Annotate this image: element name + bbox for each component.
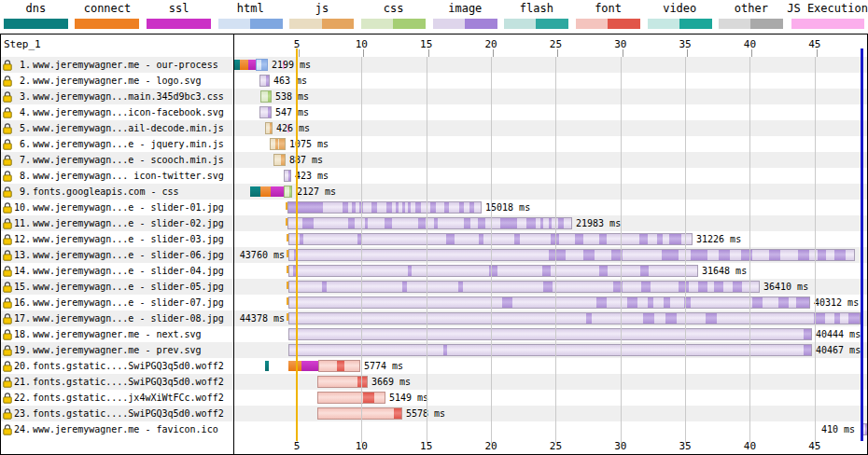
request-row-23[interactable]: 23.fonts.gstatic....SwiPGQ3q5d0.woff2 — [1, 406, 233, 421]
request-row-5[interactable]: 5.www.jeremywagn...ail-decode.min.js — [1, 120, 233, 136]
download-chunk — [804, 345, 811, 355]
request-url[interactable]: www.jeremywagn...e - slider-06.jpg — [33, 250, 233, 260]
request-url[interactable]: www.jeremywagner.me - next.svg — [33, 329, 233, 339]
axis-tick-mark — [557, 49, 558, 57]
download-chunk — [371, 202, 377, 213]
request-list-column: Step_1 1.www.jeremywagner.me - our-proce… — [1, 34, 234, 454]
request-row-7[interactable]: 7.www.jeremywagn...e - scooch.min.js — [1, 152, 233, 168]
lock-icon — [3, 266, 12, 277]
timeline-row-11: 21983 ms — [234, 215, 867, 231]
request-url[interactable]: fonts.gstatic....jx4wXiWtFCc.woff2 — [33, 393, 233, 403]
download-chunk — [415, 202, 421, 213]
request-time-label: 2199 ms — [272, 59, 311, 71]
request-row-18[interactable]: 18.www.jeremywagner.me - next.svg — [1, 326, 233, 342]
timeline-row-5: 426 ms — [234, 120, 867, 136]
request-url[interactable]: www.jeremywagn...main.345d9bc3.css — [33, 91, 233, 102]
axis-tick-label-bottom: 35 — [679, 440, 691, 452]
axis-tick-label-top: 30 — [614, 38, 626, 50]
axis-tick-label-top: 35 — [679, 38, 691, 50]
request-url[interactable]: www.jeremywagn...icon-facebook.svg — [33, 107, 233, 117]
download-chunk — [348, 218, 356, 228]
legend-item-css: css — [357, 0, 429, 34]
legend-label: JS Execution — [787, 1, 868, 16]
legend-item-flash: flash — [501, 0, 573, 34]
request-time-label: 2127 ms — [297, 186, 336, 198]
request-number: 6. — [14, 139, 31, 149]
request-url[interactable]: fonts.gstatic....SwiPGQ3q5d0.woff2 — [33, 408, 233, 419]
request-url[interactable]: www.jeremywagn...e - slider-03.jpg — [33, 234, 233, 244]
request-number: 8. — [14, 171, 31, 181]
gridline — [491, 57, 492, 443]
request-url[interactable]: www.jeremywagn...e - slider-07.jpg — [33, 297, 233, 308]
request-url[interactable]: www.jeremywagn...e - slider-04.jpg — [33, 266, 233, 276]
request-bar — [287, 217, 572, 229]
request-url[interactable]: www.jeremywagn...ail-decode.min.js — [33, 123, 233, 133]
download-chunk — [418, 218, 426, 228]
request-bar — [317, 392, 385, 404]
lock-icon — [3, 123, 12, 134]
request-row-4[interactable]: 4.www.jeremywagn...icon-facebook.svg — [1, 104, 233, 120]
download-chunk — [648, 297, 653, 308]
request-row-11[interactable]: 11.www.jeremywagn...e - slider-02.jpg — [1, 215, 233, 231]
request-url[interactable]: www.jeremywagn...e - slider-08.jpg — [33, 313, 233, 324]
request-url[interactable]: www.jeremywagner.me - our-process — [33, 60, 233, 70]
request-url[interactable]: www.jeremywagn...e - slider-01.jpg — [33, 202, 233, 213]
timeline-row-6: 1075 ms — [234, 136, 867, 152]
request-time-label: 40467 ms — [816, 344, 861, 356]
legend-label: html — [237, 1, 264, 16]
request-row-14[interactable]: 14.www.jeremywagn...e - slider-04.jpg — [1, 263, 233, 279]
request-row-22[interactable]: 22.fonts.gstatic....jx4wXiWtFCc.woff2 — [1, 390, 233, 406]
request-time-label: 31226 ms — [696, 233, 741, 245]
request-url[interactable]: www.jeremywagn...e - slider-05.jpg — [33, 282, 233, 292]
request-number: 21. — [14, 377, 31, 387]
legend-item-other: other — [716, 0, 788, 34]
request-url[interactable]: fonts.gstatic....SwiPGQ3q5d0.woff2 — [33, 361, 233, 371]
request-row-20[interactable]: 20.fonts.gstatic....SwiPGQ3q5d0.woff2 — [1, 358, 233, 374]
request-time-label: 426 ms — [276, 122, 310, 134]
request-row-3[interactable]: 3.www.jeremywagn...main.345d9bc3.css — [1, 89, 233, 104]
request-row-10[interactable]: 10.www.jeremywagn...e - slider-01.jpg — [1, 200, 233, 215]
request-row-2[interactable]: 2.www.jeremywagner.me - logo.svg — [1, 73, 233, 89]
request-url[interactable]: www.jeremywagner.me - favicon.ico — [33, 424, 233, 434]
download-chunk — [549, 218, 553, 228]
request-row-12[interactable]: 12.www.jeremywagn...e - slider-03.jpg — [1, 231, 233, 247]
request-time-label: 40312 ms — [814, 296, 859, 309]
request-url[interactable]: www.jeremywagn... icon-twitter.svg — [33, 171, 233, 181]
download-chunk — [434, 218, 438, 228]
request-row-6[interactable]: 6.www.jeremywagn...e - jquery.min.js — [1, 136, 233, 152]
request-url[interactable]: fonts.googleapis.com - css — [33, 186, 233, 197]
axis-tick-label-bottom: 30 — [614, 440, 626, 452]
request-row-21[interactable]: 21.fonts.gstatic....SwiPGQ3q5d0.woff2 — [1, 374, 233, 390]
request-number: 14. — [14, 266, 31, 276]
download-chunk — [640, 266, 649, 276]
request-url[interactable]: www.jeremywagn...e - scooch.min.js — [33, 155, 233, 165]
request-row-17[interactable]: 17.www.jeremywagn...e - slider-08.jpg — [1, 310, 233, 326]
request-row-1[interactable]: 1.www.jeremywagner.me - our-process — [1, 57, 233, 73]
request-row-24[interactable]: 24.www.jeremywagner.me - favicon.ico — [1, 421, 233, 437]
download-chunk — [664, 297, 670, 308]
download-chunk — [706, 313, 717, 324]
download-chunk — [302, 218, 314, 228]
lock-icon — [3, 218, 12, 229]
request-url[interactable]: www.jeremywagn...e - jquery.min.js — [33, 139, 233, 149]
legend-label: dns — [25, 1, 46, 16]
request-row-19[interactable]: 19.www.jeremywagner.me - prev.svg — [1, 342, 233, 358]
request-bar — [288, 344, 812, 356]
download-chunk — [408, 266, 412, 276]
request-row-13[interactable]: 13.www.jeremywagn...e - slider-06.jpg — [1, 247, 233, 263]
timeline-row-17: 44378 ms — [234, 310, 867, 326]
timeline-row-14: 31648 ms — [234, 263, 867, 279]
request-url[interactable]: fonts.gstatic....SwiPGQ3q5d0.woff2 — [33, 377, 233, 387]
lock-icon — [3, 282, 12, 293]
download-chunk — [266, 76, 269, 86]
request-url[interactable]: www.jeremywagn...e - slider-02.jpg — [33, 218, 233, 228]
request-url[interactable]: www.jeremywagner.me - logo.svg — [33, 76, 233, 86]
request-row-15[interactable]: 15.www.jeremywagn...e - slider-05.jpg — [1, 279, 233, 295]
request-row-9[interactable]: 9.fonts.googleapis.com - css — [1, 184, 233, 200]
request-row-16[interactable]: 16.www.jeremywagn...e - slider-07.jpg — [1, 295, 233, 310]
request-row-8[interactable]: 8.www.jeremywagn... icon-twitter.svg — [1, 168, 233, 184]
axis-tick-label-bottom: 40 — [744, 440, 756, 452]
request-url[interactable]: www.jeremywagner.me - prev.svg — [33, 345, 233, 355]
request-number: 4. — [14, 107, 31, 117]
download-chunk — [778, 297, 789, 308]
